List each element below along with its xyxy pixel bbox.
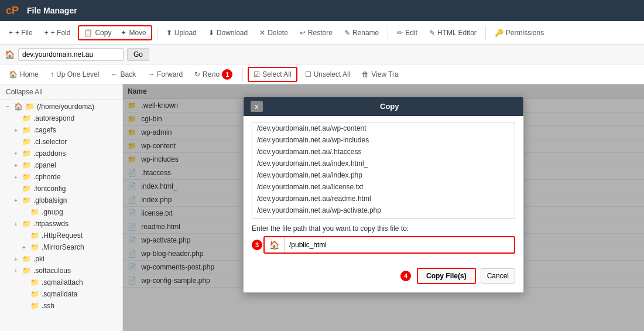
modal-list-item[interactable]: /dev.yourdomain.net.au/.htaccess xyxy=(252,146,515,158)
tree-item-label: .pki xyxy=(33,255,44,263)
tree-item[interactable]: + 📁 .globalsign xyxy=(0,194,122,206)
tree-item[interactable]: + 📁 .htpasswds xyxy=(0,218,122,230)
modal-home-icon: 🏠 xyxy=(265,237,285,252)
download-button[interactable]: ⬇ Download xyxy=(203,26,253,40)
tree-item[interactable]: 📁 .HttpRequest xyxy=(0,230,122,241)
modal-title: Copy xyxy=(263,102,517,111)
folder-icon: 📁 xyxy=(22,126,31,134)
modal-list-item[interactable]: /dev.yourdomain.net.au/wp-includes xyxy=(252,134,515,146)
html-editor-button[interactable]: ✎ HTML Editor xyxy=(424,26,482,40)
expand-icon: + xyxy=(14,127,20,134)
tree-item-label: .autorespond xyxy=(33,114,74,122)
edit-button[interactable]: ✏ Edit xyxy=(392,26,423,40)
tree-item[interactable]: 📁 .fontconfig xyxy=(0,183,122,194)
tree-item-label: .MirrorSearch xyxy=(42,243,84,251)
tree-item[interactable]: + 📁 .cphorde xyxy=(0,171,122,183)
folder-icon: 📁 xyxy=(30,290,39,298)
collapse-all-button[interactable]: Collapse All xyxy=(0,84,122,100)
sidebar: Collapse All − 🏠 📁 (/home/yourdoma) 📁 .a… xyxy=(0,84,123,331)
copy-files-button[interactable]: Copy File(s) xyxy=(417,268,476,284)
folder-icon: 📁 xyxy=(22,220,31,228)
folder-icon: 📁 xyxy=(22,114,31,122)
view-trash-button[interactable]: 🗑 View Tra xyxy=(357,67,403,81)
reload-button[interactable]: ↻ Reло 1 xyxy=(189,66,239,83)
unselect-all-button[interactable]: ☐ Unselect All xyxy=(300,67,356,81)
tree-item[interactable]: 📁 .autorespond xyxy=(0,112,122,124)
address-input[interactable] xyxy=(18,48,124,61)
delete-button[interactable]: ✕ Delete xyxy=(254,26,293,40)
modal-file-list[interactable]: /dev.yourdomain.net.au/wp-content/dev.yo… xyxy=(252,122,515,219)
tree-item-label: .ssh xyxy=(42,302,54,310)
tree-item[interactable]: 📁 .sqmailattach xyxy=(0,277,122,288)
permissions-button[interactable]: 🔑 Permissions xyxy=(489,26,549,40)
forward-icon: → xyxy=(148,70,155,79)
tree-root[interactable]: − 🏠 📁 (/home/yourdoma) xyxy=(0,100,122,112)
tree-item[interactable]: + 📁 .pki xyxy=(0,253,122,265)
move-button[interactable]: ✦ Move xyxy=(116,26,150,39)
tree-item[interactable]: 📁 .sqmaildata xyxy=(0,288,122,300)
tree-item-label: .sqmaildata xyxy=(42,290,77,298)
tree-item[interactable]: + 📁 .cpanel xyxy=(0,159,122,171)
copy-button[interactable]: 📋 Copy xyxy=(79,26,116,39)
home-nav-button[interactable]: 🏠 Home xyxy=(4,67,44,81)
modal-list-item[interactable]: /dev.yourdomain.net.au/index.php xyxy=(252,169,515,181)
tree-item[interactable]: + 📁 .cpaddons xyxy=(0,148,122,159)
folder-icon: 📁 xyxy=(22,267,31,275)
modal-list-item[interactable]: /dev.yourdomain.net.au/readme.html xyxy=(252,193,515,204)
modal-list-item[interactable]: /dev.yourdomain.net.au/wp-activate.php xyxy=(252,204,515,216)
tree-item-label: .sqmailattach xyxy=(42,278,83,286)
home-nav-icon: 🏠 xyxy=(9,70,18,79)
modal-input-label: Enter the file path that you want to cop… xyxy=(252,224,515,233)
tree-item-label: .HttpRequest xyxy=(42,231,83,240)
expand-icon: + xyxy=(14,151,20,157)
new-folder-button[interactable]: + + Fold xyxy=(39,26,76,40)
modal-list-item[interactable]: /dev.yourdomain.net.au/index.html_ xyxy=(252,158,515,169)
modal-list-item[interactable]: /dev.yourdomain.net.au/wp-blog-header.ph… xyxy=(252,216,515,219)
forward-button[interactable]: → Forward xyxy=(142,67,188,81)
new-file-button[interactable]: + + File xyxy=(4,26,38,40)
expand-icon: + xyxy=(14,268,20,274)
folder-icon: 📁 xyxy=(22,255,31,263)
folder-icon: 📁 xyxy=(22,161,31,169)
tree-item-label: .cpanel xyxy=(33,161,56,169)
step3-badge: 3 xyxy=(252,240,262,250)
folder-icon: 📁 xyxy=(22,149,31,158)
modal-list-item[interactable]: /dev.yourdomain.net.au/wp-content xyxy=(252,122,515,134)
move-icon: ✦ xyxy=(121,29,126,37)
folder-icon: 📁 xyxy=(30,278,39,286)
tree-item-label: .gnupg xyxy=(42,208,63,216)
copy-path-input[interactable] xyxy=(285,238,514,252)
plus-icon: + xyxy=(9,29,13,37)
restore-icon: ↩ xyxy=(300,29,306,37)
cancel-button[interactable]: Cancel xyxy=(481,268,515,284)
upload-icon: ⬆ xyxy=(166,29,172,37)
modal-list-item[interactable]: /dev.yourdomain.net.au/license.txt xyxy=(252,181,515,193)
tree-item[interactable]: + 📁 .cagefs xyxy=(0,124,122,136)
back-button[interactable]: ← Back xyxy=(105,67,141,81)
folder-icon: 📁 xyxy=(22,196,31,204)
tree-item[interactable]: + 📁 .MirrorSearch xyxy=(0,241,122,253)
html-editor-icon: ✎ xyxy=(429,29,435,37)
tree-item[interactable]: 📁 .gnupg xyxy=(0,206,122,218)
upload-button[interactable]: ⬆ Upload xyxy=(161,26,202,40)
address-home-icon: 🏠 xyxy=(5,50,15,59)
select-all-button[interactable]: ☑ Select All xyxy=(249,68,296,81)
go-button[interactable]: Go xyxy=(127,48,149,61)
tree-item[interactable]: + 📁 .softaculous xyxy=(0,265,122,277)
tree-item[interactable]: 📁 .cl.selector xyxy=(0,136,122,148)
modal-close-button[interactable]: x xyxy=(251,101,263,112)
top-bar: cP File Manager xyxy=(0,0,644,21)
address-bar: 🏠 Go xyxy=(0,45,644,64)
rename-button[interactable]: ✎ Rename xyxy=(339,26,384,40)
folder-icon: 📁 xyxy=(22,138,31,146)
tree-item-label: .cpaddons xyxy=(33,149,66,158)
tree-item-label: .cagefs xyxy=(33,126,56,134)
app-logo: cP xyxy=(6,5,19,17)
restore-button[interactable]: ↩ Restore xyxy=(294,26,338,40)
up-one-level-button[interactable]: ↑ Up One Level xyxy=(45,67,104,81)
edit-icon: ✏ xyxy=(397,29,403,37)
tree-item-label: .htpasswds xyxy=(33,220,68,228)
folder-plus-icon: + xyxy=(44,29,49,37)
folder-icon: 📁 xyxy=(30,243,39,251)
tree-item[interactable]: 📁 .ssh xyxy=(0,300,122,312)
